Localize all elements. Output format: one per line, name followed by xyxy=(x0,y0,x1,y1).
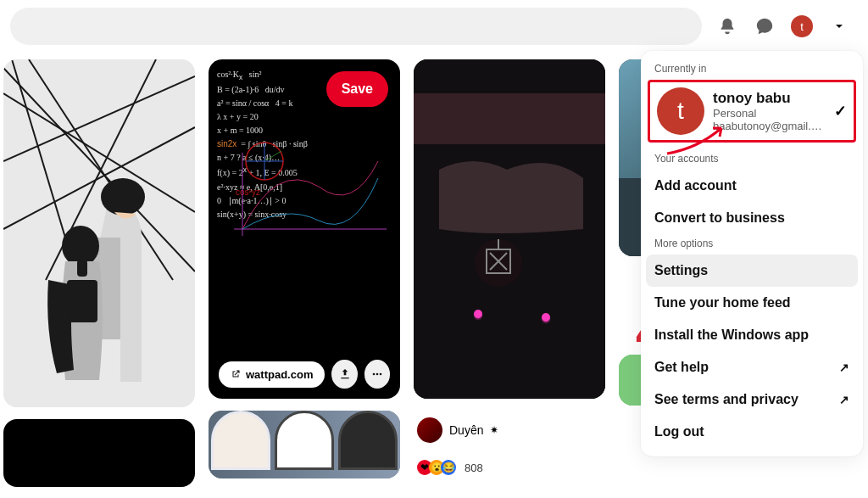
pin-footer: wattpad.com xyxy=(219,360,390,389)
pin-anime-strip[interactable] xyxy=(209,411,400,478)
current-account-card[interactable]: t tonoy babu Personal baabutonoy@gmail.c… xyxy=(648,80,856,143)
external-icon: ↗ xyxy=(839,393,849,406)
avatar-icon: t xyxy=(791,15,813,37)
svg-point-20 xyxy=(380,373,382,376)
menu-terms-privacy[interactable]: See terms and privacy↗ xyxy=(646,383,858,416)
menu-logout[interactable]: Log out xyxy=(646,416,858,448)
account-email: baabutonoy@gmail.com xyxy=(713,120,826,132)
pin-video-anime[interactable]: 0:15 xyxy=(414,59,605,399)
uploader-avatar xyxy=(417,417,442,443)
chat-icon xyxy=(755,17,774,36)
account-menu: Currently in t tonoy babu Personal baabu… xyxy=(641,51,863,456)
more-button[interactable] xyxy=(364,360,390,389)
menu-install-app[interactable]: Install the Windows app xyxy=(646,319,858,351)
search-bar[interactable] xyxy=(10,8,702,45)
pin-couple-illustration[interactable] xyxy=(3,59,195,407)
menu-section-label: Your accounts xyxy=(646,149,858,170)
menu-settings[interactable]: Settings xyxy=(646,255,858,287)
source-link-chip[interactable]: wattpad.com xyxy=(219,361,325,388)
menu-convert-business[interactable]: Convert to business xyxy=(646,202,858,234)
svg-rect-12 xyxy=(77,260,87,277)
chevron-down-icon xyxy=(832,20,846,33)
menu-section-label: Currently in xyxy=(646,59,858,80)
account-info: tonoy babu Personal baabutonoy@gmail.com xyxy=(713,90,826,132)
messages-button[interactable] xyxy=(746,8,783,45)
account-name: tonoy babu xyxy=(713,90,826,107)
svg-line-14 xyxy=(264,151,281,161)
source-domain: wattpad.com xyxy=(246,368,313,381)
notifications-button[interactable] xyxy=(709,8,746,45)
menu-add-account[interactable]: Add account xyxy=(646,170,858,202)
pin-art xyxy=(209,411,400,478)
pin-art-formulae: cos²·Kx sin² B = (2a-1)·6 du/dv a² = sin… xyxy=(217,68,392,390)
check-icon: ✓ xyxy=(834,102,847,120)
svg-rect-9 xyxy=(114,195,140,205)
account-type: Personal xyxy=(713,107,826,120)
account-menu-button[interactable] xyxy=(821,8,858,45)
pin-art-figures xyxy=(14,153,184,407)
pin-math-blackboard[interactable]: cos²·Kx sin² B = (2a-1)·6 du/dv a² = sin… xyxy=(209,59,400,399)
external-icon: ↗ xyxy=(839,361,849,374)
menu-section-label: More options xyxy=(646,234,858,255)
svg-point-19 xyxy=(376,373,379,376)
uploader-name: Duyên xyxy=(449,423,483,437)
bell-icon xyxy=(718,17,737,36)
verified-icon: ✷ xyxy=(490,424,498,436)
svg-text:cos²yz: cos²yz xyxy=(236,187,260,197)
dots-icon xyxy=(370,367,384,381)
save-button[interactable]: Save xyxy=(326,71,388,107)
pin-uploader-row[interactable]: Duyên ✷ xyxy=(414,416,605,445)
menu-get-help[interactable]: Get help↗ xyxy=(646,351,858,383)
menu-tune-feed[interactable]: Tune your home feed xyxy=(646,287,858,319)
share-icon xyxy=(338,367,352,381)
profile-button[interactable]: t xyxy=(783,8,821,45)
account-avatar: t xyxy=(657,87,704,135)
reaction-icons: ❤ 😮 😂 xyxy=(417,460,456,475)
svg-point-18 xyxy=(373,373,376,376)
reactions-row[interactable]: ❤ 😮 😂 808 xyxy=(414,460,605,475)
external-link-icon xyxy=(231,369,241,379)
reactions-count: 808 xyxy=(465,462,483,474)
share-button[interactable] xyxy=(331,360,357,389)
top-bar: t xyxy=(0,0,868,53)
pin-art xyxy=(414,59,605,399)
svg-rect-22 xyxy=(414,93,605,144)
pin-black-card[interactable] xyxy=(3,419,195,487)
